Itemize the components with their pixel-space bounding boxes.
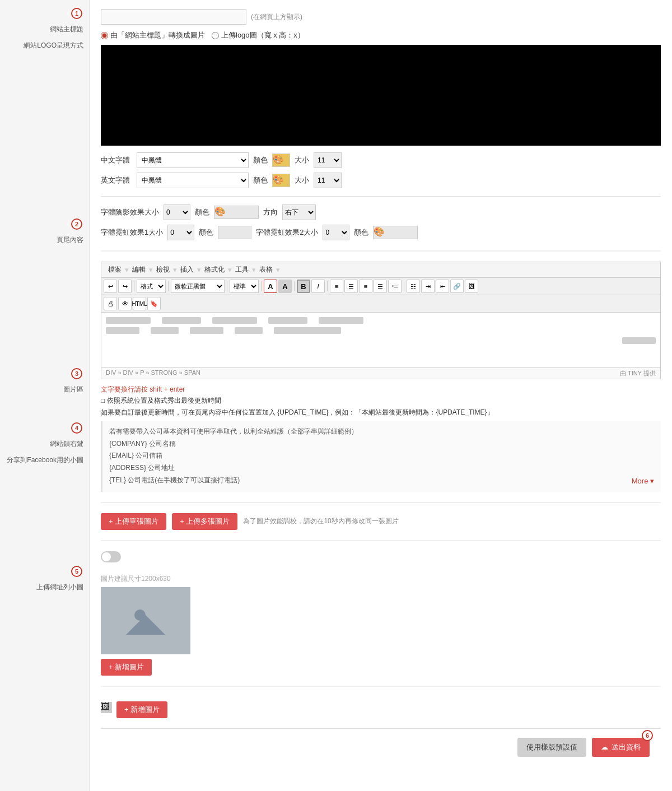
shadow-color-picker[interactable]: 🎨 [214,206,259,219]
toolbar-code[interactable]: HTML [133,297,146,310]
menu-edit[interactable]: 編輯 [129,264,149,276]
fb-image-hint: 圖片建議尺寸1200x630 [101,574,661,584]
logo-display-radio-row: 由「網站主標題」轉換成圖片 上傳logo圖（寬 x 高：x） [101,30,661,40]
neon1-row: 字體霓虹效果1大小 0 顏色 字體霓虹效果2大小 0 顏色 🎨 [101,225,661,240]
sidebar: 1 網站主標題 網站LOGO呈現方式 2 頁尾內容 3 圖片區 [0,0,90,791]
toolbar-size-select[interactable]: 標準 [230,280,259,293]
radio-upload-logo[interactable]: 上傳logo圖（寬 x 高：x） [212,30,305,40]
toolbar-bg-color[interactable]: A [278,280,292,293]
section-images: + 上傳單張圖片 + 上傳多張圖片 為了圖片效能調校，請勿在10秒內再修改同一張… [101,513,661,530]
toolbar-redo[interactable]: ↪ [118,280,132,293]
favicon-add-btn[interactable]: + 新增圖片 [116,701,167,718]
chinese-color-picker[interactable]: 🎨 [272,153,290,167]
reset-btn[interactable]: 使用樣版預設值 [517,738,586,757]
upload-single-btn[interactable]: + 上傳單張圖片 [101,513,166,530]
toolbar-list-ul[interactable]: ≔ [388,280,402,293]
toolbar-list-ol[interactable]: ☷ [407,280,420,293]
shadow-size-select[interactable]: 0 [164,204,190,220]
sidebar-item-website-title: 網站主標題 [0,21,89,38]
toolbar-bookmark[interactable]: 🔖 [147,297,161,310]
toolbar-print[interactable]: 🖨 [104,297,117,310]
var-tel: {TEL} 公司電話(在手機按了可以直接打電話) [109,474,240,487]
sidebar-item-logo-display: 網站LOGO呈現方式 [0,38,89,54]
fb-add-image-btn[interactable]: + 新增圖片 [101,659,152,676]
website-title-hint: (在網頁上方顯示) [251,12,302,22]
toolbar-sep-4 [261,281,262,291]
menu-insert[interactable]: 插入 [177,264,197,276]
chinese-color-label: 顏色 [253,155,268,165]
toolbar-italic[interactable]: I [311,280,325,293]
menu-tools[interactable]: 工具 [232,264,252,276]
neon1-color-picker[interactable] [218,226,251,239]
menu-table[interactable]: 表格 [256,264,276,276]
shadow-direction-label: 方向 [263,207,278,217]
sep-3-4 [101,540,661,541]
toolbar-align-right[interactable]: ≡ [359,280,372,293]
shadow-label: 字體陰影效果大小 [101,207,159,217]
badge-4: 4 [71,422,82,434]
var-address: {ADDRESS} 公司地址 [109,462,654,474]
toolbar-font-select[interactable]: 微軟正黑體 [171,280,225,293]
english-color-label: 顏色 [253,175,268,185]
toolbar-bold[interactable]: B [297,280,310,293]
fb-image-placeholder [101,587,190,654]
variables-block: 若有需要帶入公司基本資料可使用字串取代，以利全站維護（全部字串與詳細範例） {C… [101,421,661,492]
vars-intro: 若有需要帶入公司基本資料可使用字串取代，以利全站維護（ [109,427,291,435]
english-size-select[interactable]: 11 [314,173,342,188]
upload-multi-btn[interactable]: + 上傳多張圖片 [172,513,237,530]
editor-statusbar: DIV » DIV » P » STRONG » SPAN 由 TINY 提供 [101,368,661,379]
toolbar-align-left[interactable]: ≡ [330,280,343,293]
toolbar-sep-2 [168,281,169,291]
vars-link[interactable]: 全部字串與詳細範例 [291,427,351,435]
sidebar-item-images: 圖片區 [0,381,89,398]
toolbar-indent[interactable]: ⇥ [421,280,435,293]
note-update-time: □ 依照系統位置及格式秀出最後更新時間 [101,395,661,406]
neon1-size-select[interactable]: 0 [167,225,194,240]
sidebar-item-lock-rightclick: 網站鎖右鍵 [0,436,89,452]
toolbar-sep-3 [227,281,227,291]
website-title-input[interactable] [101,9,246,25]
neon2-color-label: 顏色 [354,227,368,238]
lock-rightclick-toggle[interactable] [101,551,121,562]
menu-format[interactable]: 格式化 [201,264,228,276]
toolbar-font-color[interactable]: A [264,280,277,293]
toolbar-align-justify[interactable]: ☰ [374,280,387,293]
toolbar-preview[interactable]: 👁 [118,297,132,310]
chinese-font-select[interactable]: 中黑體 [137,152,249,168]
shadow-direction-select[interactable]: 右下 [282,204,316,220]
editor-menubar: 檔案 ▾ 編輯 ▾ 檢視 ▾ 插入 ▾ 格式化 ▾ 工具 ▾ 表格 ▾ [101,262,661,277]
toolbar-link[interactable]: 🔗 [450,280,464,293]
toolbar-image[interactable]: 🖼 [465,280,478,293]
english-font-label: 英文字體 [101,175,132,185]
section-lock-rightclick [101,551,661,564]
editor-powered-by: 由 TINY 提供 [620,369,656,378]
var-email: {EMAIL} 公司信箱 [109,450,654,462]
toolbar-align-center[interactable]: ☰ [344,280,358,293]
toolbar-sep-6 [327,281,328,291]
bottom-bar: 使用樣版預設值 6 ☁ 送出資料 [101,728,661,766]
neon2-color-picker[interactable]: 🎨 [373,226,418,239]
editor-path: DIV » DIV » P » STRONG » SPAN [106,369,200,378]
toolbar-format-select[interactable]: 格式 [137,280,166,293]
note-update-time-detail: 如果要自訂最後更新時間，可在頁尾內容中任何位置置加入 {UPDATE_TIME}… [101,407,661,418]
badge-1: 1 [71,8,82,19]
section-fb-image: 圖片建議尺寸1200x630 + 新增圖片 [101,574,661,676]
editor-content[interactable] [101,312,661,368]
radio-convert-to-image[interactable]: 由「網站主標題」轉換成圖片 [101,30,205,40]
toolbar-outdent[interactable]: ⇤ [436,280,449,293]
submit-btn[interactable]: ☁ 送出資料 [592,738,650,757]
menu-file[interactable]: 檔案 [105,264,125,276]
main-content: (在網頁上方顯示) 由「網站主標題」轉換成圖片 上傳logo圖（寬 x 高：x）… [90,0,672,791]
more-link[interactable]: More ▾ [632,474,654,487]
chinese-size-select[interactable]: 11 [314,152,342,168]
neon2-size-select[interactable]: 0 [323,225,349,240]
shadow-color-label: 顏色 [195,207,209,217]
english-font-select[interactable]: 中黑體 [137,173,249,188]
logo-preview [101,45,661,146]
menu-view[interactable]: 檢視 [153,264,173,276]
chinese-font-label: 中文字體 [101,155,132,165]
toolbar-undo[interactable]: ↩ [104,280,117,293]
badge-6: 6 [642,730,653,741]
english-color-picker[interactable]: 🎨 [272,174,290,187]
shadow-row: 字體陰影效果大小 0 顏色 🎨 方向 右下 [101,204,661,220]
